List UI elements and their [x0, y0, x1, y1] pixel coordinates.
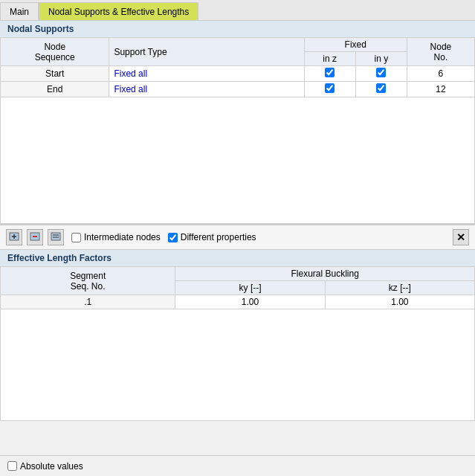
- nodal-supports-empty-area: [0, 97, 475, 224]
- add-row-icon: [9, 232, 19, 242]
- nodal-supports-section: Nodal Supports NodeSequence Support Type…: [0, 21, 475, 225]
- col-ky: ky [--]: [175, 281, 325, 295]
- table-row: Start Fixed all 6: [1, 66, 475, 82]
- table-row: End Fixed all 12: [1, 82, 475, 97]
- close-button[interactable]: ✕: [453, 229, 469, 245]
- properties-icon: [51, 232, 61, 242]
- different-properties-group: Different properties: [168, 232, 256, 242]
- cell-fixed-z-end[interactable]: [304, 82, 355, 97]
- bottom-bar: Absolute values: [0, 455, 475, 476]
- col-seg-seq: SegmentSeq. No.: [1, 267, 175, 295]
- effective-length-section: Effective Length Factors SegmentSeq. No.…: [0, 250, 475, 421]
- intermediate-nodes-group: Intermediate nodes: [71, 232, 161, 242]
- col-node-no: NodeNo.: [407, 38, 474, 66]
- different-properties-checkbox[interactable]: [168, 233, 178, 242]
- elf-empty-area: [0, 309, 475, 421]
- checkbox-fixed-z-end[interactable]: [325, 83, 335, 93]
- col-flexural-buckling: Flexural Buckling: [175, 267, 475, 281]
- cell-node-no-start: 6: [407, 66, 474, 82]
- col-in-y: in y: [355, 52, 407, 66]
- cell-fixed-z-start[interactable]: [304, 66, 355, 82]
- intermediate-nodes-checkbox[interactable]: [71, 233, 81, 242]
- cell-fixed-y-end[interactable]: [355, 82, 407, 97]
- absolute-values-checkbox[interactable]: [7, 461, 17, 471]
- toolbar-btn-1[interactable]: [6, 229, 22, 245]
- cell-node-no-end: 12: [407, 82, 474, 97]
- tab-nodal[interactable]: Nodal Supports & Effective Lengths: [39, 2, 198, 20]
- different-properties-label: Different properties: [181, 232, 256, 242]
- cell-seg-seq-1: .1: [1, 295, 175, 309]
- nodal-supports-table: NodeSequence Support Type Fixed NodeNo. …: [0, 37, 475, 97]
- nodal-supports-header: Nodal Supports: [0, 21, 475, 37]
- cell-sequence-end: End: [1, 82, 109, 97]
- cell-ky-1: 1.00: [175, 295, 325, 309]
- cell-fixed-y-start[interactable]: [355, 66, 407, 82]
- col-node-sequence: NodeSequence: [1, 38, 109, 66]
- effective-length-table: SegmentSeq. No. Flexural Buckling ky [--…: [0, 266, 475, 309]
- table-row: .1 1.00 1.00: [1, 295, 475, 309]
- checkbox-fixed-y-start[interactable]: [376, 68, 386, 77]
- tab-main[interactable]: Main: [0, 2, 39, 20]
- toolbar: Intermediate nodes Different properties …: [0, 225, 475, 250]
- col-fixed-header: Fixed: [304, 38, 407, 52]
- intermediate-nodes-label: Intermediate nodes: [84, 232, 161, 242]
- col-in-z: in z: [304, 52, 355, 66]
- checkbox-fixed-z-start[interactable]: [325, 68, 335, 77]
- nodal-supports-table-wrapper: NodeSequence Support Type Fixed NodeNo. …: [0, 37, 475, 224]
- toolbar-btn-2[interactable]: [27, 229, 43, 245]
- cell-support-type-end: Fixed all: [109, 82, 304, 97]
- cell-support-type-start: Fixed all: [109, 66, 304, 82]
- effective-length-header: Effective Length Factors: [0, 250, 475, 266]
- checkbox-fixed-y-end[interactable]: [376, 83, 386, 93]
- col-support-type: Support Type: [109, 38, 304, 66]
- toolbar-btn-3[interactable]: [48, 229, 64, 245]
- absolute-values-group: Absolute values: [7, 461, 83, 472]
- col-kz: kz [--]: [325, 281, 474, 295]
- cell-kz-1: 1.00: [325, 295, 474, 309]
- delete-row-icon: [30, 232, 40, 242]
- cell-sequence-start: Start: [1, 66, 109, 82]
- absolute-values-label: Absolute values: [20, 461, 83, 472]
- tab-bar: Main Nodal Supports & Effective Lengths: [0, 0, 475, 21]
- svg-rect-5: [51, 233, 60, 240]
